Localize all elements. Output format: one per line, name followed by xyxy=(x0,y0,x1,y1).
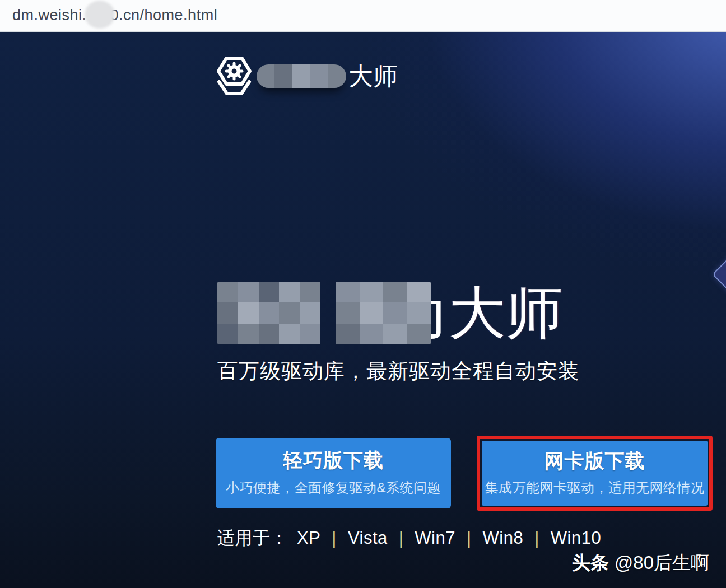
os-name: Vista xyxy=(348,528,388,548)
os-list: XP|Vista|Win7|Win8|Win10 xyxy=(294,528,604,548)
brand-header: 大师 xyxy=(215,56,398,96)
hero-title: 动 大师 xyxy=(217,282,563,344)
download-lite-desc: 小巧便捷，全面修复驱动&系统问题 xyxy=(216,479,451,497)
download-netcard-button[interactable]: 网卡版下载 集成万能网卡驱动，适用无网络情况 xyxy=(482,441,708,506)
url-censor-blob xyxy=(85,1,115,29)
brand-name-censored xyxy=(257,64,346,88)
url-prefix: dm.weishi. xyxy=(12,7,87,24)
os-separator: | xyxy=(467,528,472,548)
url-suffix: 0.cn/home.html xyxy=(110,7,218,24)
os-name: XP xyxy=(297,528,320,548)
address-bar[interactable]: dm.weishi.0.cn/home.html xyxy=(0,0,726,32)
highlight-frame: 网卡版下载 集成万能网卡驱动，适用无网络情况 xyxy=(477,436,713,511)
compatibility-label: 适用于： xyxy=(217,526,288,550)
download-lite-title: 轻巧版下载 xyxy=(216,447,451,474)
download-lite-button[interactable]: 轻巧版下载 小巧便捷，全面修复驱动&系统问题 xyxy=(216,438,451,508)
download-netcard-title: 网卡版下载 xyxy=(482,448,708,474)
page: dm.weishi.0.cn/home.html xyxy=(0,0,726,588)
os-name: Win8 xyxy=(483,528,524,548)
brand-name-suffix: 大师 xyxy=(348,60,398,93)
hero-title-censored-2 xyxy=(336,282,431,344)
hero-masked-char-sliver: 动 xyxy=(431,282,446,344)
hexagon-gear-icon xyxy=(215,56,253,96)
hero-title-suffix: 大师 xyxy=(449,282,563,344)
os-separator: | xyxy=(399,528,404,548)
os-name: Win10 xyxy=(551,528,601,548)
watermark: 头条 @80后生啊 xyxy=(572,550,709,576)
watermark-handle: @80后生啊 xyxy=(615,550,709,576)
hero-subtitle: 百万级驱动库，最新驱动全程自动安装 xyxy=(217,357,579,385)
page-canvas: 大师 动 大师 百万级驱动库，最新驱动全程自动安装 轻巧版下载 小巧便捷，全面修… xyxy=(0,32,726,588)
compatibility-row: 适用于： XP|Vista|Win7|Win8|Win10 xyxy=(217,526,604,550)
watermark-platform: 头条 xyxy=(572,550,609,576)
hero-title-censored-1 xyxy=(217,282,320,344)
os-name: Win7 xyxy=(415,528,455,548)
download-netcard-desc: 集成万能网卡驱动，适用无网络情况 xyxy=(482,479,708,497)
os-separator: | xyxy=(332,528,337,548)
diamond-decor xyxy=(712,251,726,297)
os-separator: | xyxy=(534,528,539,548)
